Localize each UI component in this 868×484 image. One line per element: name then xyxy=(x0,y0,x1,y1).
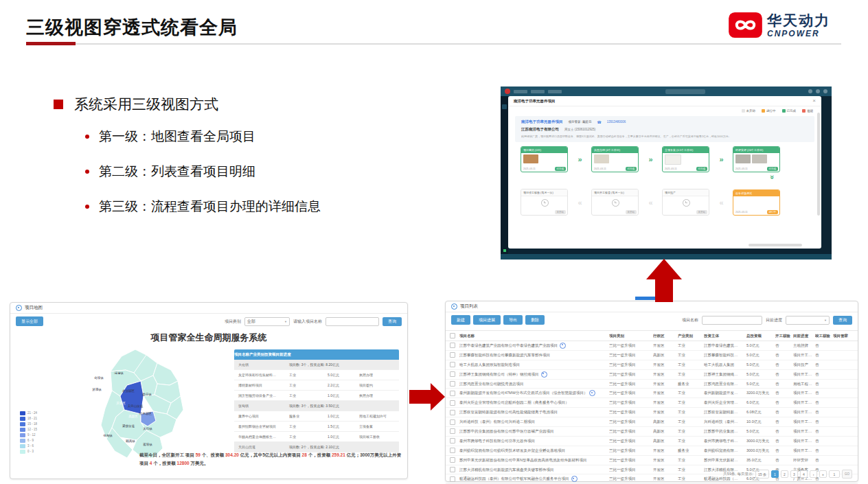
choropleth-map[interactable]: 俞垛镇 溱潼镇 淤溪镇 农业园区 娄庄镇 开发区 天目山街道 特色园区 高新区 xyxy=(69,343,231,466)
row-checkbox[interactable] xyxy=(450,419,455,425)
flow-stage-card[interactable]: 执照办理 (4个工作日) 2021-03-11 已完成 xyxy=(591,146,639,172)
table-row[interactable]: 江苏鸿恩置业有限公司朗悦湾酒店项目 三比一提升项目 开发区 服务业 江苏鸿恩置业… xyxy=(446,380,858,389)
map-region-label[interactable]: 梁徐街道 xyxy=(122,424,135,428)
tab-project-map[interactable]: 项目地图 xyxy=(10,303,407,314)
map-region-label[interactable]: 开发区 xyxy=(116,402,126,405)
table-row[interactable]: 永定环保彩印包装材料… 工业 5.0亿元 执照办理 xyxy=(234,370,399,380)
table-row[interactable]: 大伦镇 项目数: 3个，投资总额: 8.20亿元 xyxy=(234,360,399,370)
page-button[interactable]: » xyxy=(819,470,827,478)
row-checkbox[interactable] xyxy=(450,391,455,396)
select-all-checkbox[interactable] xyxy=(450,333,455,338)
progress-select[interactable]: ▼ xyxy=(786,316,830,325)
stage-attachment-thumbnail[interactable] xyxy=(594,154,609,163)
topbar-menu-item[interactable] xyxy=(531,90,545,93)
eye-icon[interactable] xyxy=(541,371,547,378)
stage-attachment-thumbnail[interactable] xyxy=(752,154,767,163)
flow-stage-card[interactable]: 项目签约 (0日) 2021-03-11 已完成 xyxy=(521,146,568,172)
show-all-button[interactable]: 显示全部 xyxy=(16,316,43,326)
vertical-scrollbar[interactable] xyxy=(817,113,820,216)
page-button[interactable]: › xyxy=(810,470,817,478)
row-checkbox[interactable] xyxy=(450,362,455,367)
horizontal-scrollbar[interactable] xyxy=(749,244,802,246)
page-button[interactable]: 1 xyxy=(771,470,779,478)
table-row[interactable]: 润沃智能劳动设备产业… 工业 1.0亿元 执照办理 xyxy=(234,391,399,401)
map-region-label[interactable]: 大伦镇 xyxy=(143,427,152,430)
page-size-select[interactable]: 15 条 xyxy=(755,470,769,479)
stage-attachment-thumbnail[interactable] xyxy=(735,154,751,163)
table-row[interactable]: 江苏苏中药业集团股份有限公司苏中医疗器械产业园项目 三比一提升项目 高新区 工业… xyxy=(446,427,858,437)
table-row[interactable]: 江苏攀森智能科技有限公司攀森新能源汽车零部件项目 三比一提升项目 高新区 工业 … xyxy=(446,351,858,360)
list-action-button[interactable]: 导出 xyxy=(503,315,523,325)
tab-project-list[interactable]: 项目列表 xyxy=(446,301,858,312)
page-button[interactable]: 2 xyxy=(781,470,788,478)
row-checkbox[interactable] xyxy=(450,400,455,406)
flow-stage-card[interactable]: 立项备案 (0.5个工作日) 2021-03-11 已完成 xyxy=(662,146,709,172)
topbar-menu-item[interactable] xyxy=(514,90,527,93)
map-region-label[interactable]: 高新区 xyxy=(128,415,138,418)
list-action-button[interactable]: 删除 xyxy=(525,315,545,325)
search-button[interactable]: 查询 xyxy=(833,316,852,325)
row-checkbox[interactable] xyxy=(450,343,455,348)
topbar-bell-icon[interactable] xyxy=(808,89,812,93)
row-checkbox[interactable] xyxy=(450,448,455,453)
table-row[interactable]: 泰州新朗能源开发有限公司47MW分布式交易试点项目（综合智慧能源项目） 三比一提… xyxy=(446,389,858,398)
flow-stage-card[interactable]: 项目竣工核验 (每月一次) 未开始 xyxy=(521,189,568,216)
table-row[interactable]: 泰州市腾华电子科技有限公司功率元器件项目 三比一提升项目 高新区 工业 泰州市腾… xyxy=(446,437,858,446)
row-checkbox[interactable] xyxy=(450,467,455,472)
project-name-input[interactable] xyxy=(326,317,379,326)
table-row[interactable]: 江苏中泰绿色建筑产业园有限公司中泰绿色建筑产业园项目 三比一提升项目 开发区 工… xyxy=(446,341,858,351)
row-checkbox[interactable] xyxy=(450,371,455,377)
map-region-label[interactable]: 张甸镇 xyxy=(103,434,113,437)
table-row[interactable]: 博特新材料项目 工业 2.2亿元 项目签约 xyxy=(234,380,399,391)
row-checkbox[interactable] xyxy=(450,438,455,443)
project-type-select[interactable]: 全部 ▼ xyxy=(244,317,290,326)
table-row[interactable]: 兴科迪科技（泰州）有限公司兴科迪二期项目 三比一提升项目 高新区 工业 兴科迪科… xyxy=(446,417,858,427)
table-row[interactable]: 华丽高档复合饰面板生… 工业 1.0亿元 项目竣工验收 xyxy=(234,432,399,442)
eye-icon[interactable] xyxy=(589,390,595,396)
topbar-user-icon[interactable] xyxy=(823,89,827,93)
table-row[interactable]: 泰州火炬企业管理有限公司启航科创园二期（商务服务中心项目） 三比一提升项目 开发… xyxy=(446,398,858,408)
table-row[interactable]: 苏州中来光伏新材股份有限公司中来N型单晶双面高效电池及组件新材料项目 三比一提升… xyxy=(446,456,858,465)
map-region-label[interactable]: 俞垛镇 xyxy=(94,376,104,380)
row-checkbox[interactable] xyxy=(450,352,455,358)
side-rail-icon[interactable] xyxy=(502,104,507,109)
stage-attachment-thumbnail[interactable] xyxy=(665,154,681,165)
stage-attachment-thumbnail[interactable] xyxy=(523,154,538,163)
map-region-label[interactable]: 天目山街道 xyxy=(128,404,144,408)
goto-button[interactable]: GO xyxy=(842,470,852,479)
flow-stage-card[interactable]: 项目开工核查 (每月一次) 未开始 xyxy=(591,189,639,216)
map-region-label[interactable]: 蒋垛镇 xyxy=(143,443,152,446)
table-row[interactable]: 康养中心项目 服务业 1.0亿元 用地工程规划许可 xyxy=(234,411,399,422)
map-region-label[interactable]: 娄庄镇 xyxy=(142,393,152,396)
row-checkbox[interactable] xyxy=(450,457,455,463)
page-button[interactable]: 4 xyxy=(800,470,808,478)
goto-page-input[interactable] xyxy=(829,470,840,478)
page-button[interactable]: 3 xyxy=(790,470,798,478)
table-row[interactable]: 泰州纺织贸易有限公司纺织类技术研发及外贸企业孵化基地项目 三比一提升项目 开发区… xyxy=(446,446,858,456)
list-action-button[interactable]: 新建 xyxy=(451,315,470,325)
table-row[interactable]: 哈工大机器人集团致知智能制造项目 三比一提升项目 开发区 工业 哈工大机器人集团… xyxy=(446,360,858,370)
row-checkbox[interactable] xyxy=(450,428,455,434)
map-region-label[interactable]: 农业园区 xyxy=(122,389,135,393)
row-checkbox[interactable] xyxy=(450,476,455,482)
table-row[interactable]: 江苏神王集团钢绳有限公司（特种）钢丝绳项目 三比一提升项目 开发区 工业 江苏神… xyxy=(446,370,858,380)
eye-icon[interactable] xyxy=(571,476,578,482)
row-checkbox[interactable] xyxy=(450,381,455,387)
flow-stage-card[interactable]: 环评安评 (24个工作日) 2021-03-11 已完成 xyxy=(733,146,780,172)
map-region-label[interactable]: 溱潼镇 xyxy=(114,371,124,375)
list-action-button[interactable]: 项目进展 xyxy=(473,315,501,325)
project-name-input[interactable] xyxy=(702,316,762,325)
topbar-help-icon[interactable] xyxy=(816,89,820,93)
search-button[interactable]: 查询 xyxy=(382,317,402,326)
row-checkbox[interactable] xyxy=(450,410,455,415)
table-row[interactable]: 泰州恒辉铜合金管材项目 工业 1.5亿元 立项备案 xyxy=(234,422,399,432)
project-name-link[interactable]: 南洋电子功率元器件项目 xyxy=(521,119,563,124)
flow-stage-card[interactable]: 设备进场调试 2021-03-11 进行中 xyxy=(733,189,780,216)
eye-icon[interactable] xyxy=(560,343,566,349)
flow-stage-card[interactable]: 项目投产 未开始 xyxy=(662,189,709,216)
table-row[interactable]: 江苏双登富朗特新能源有限公司高性能储能锂离子电池项目 三比一提升项目 开发区 工… xyxy=(446,408,858,417)
close-icon[interactable]: × xyxy=(812,98,816,104)
map-region-label[interactable]: 特色园区 xyxy=(139,412,152,415)
topbar-menu-item[interactable] xyxy=(548,90,562,93)
map-region-label[interactable]: 顾高镇 xyxy=(126,439,135,443)
